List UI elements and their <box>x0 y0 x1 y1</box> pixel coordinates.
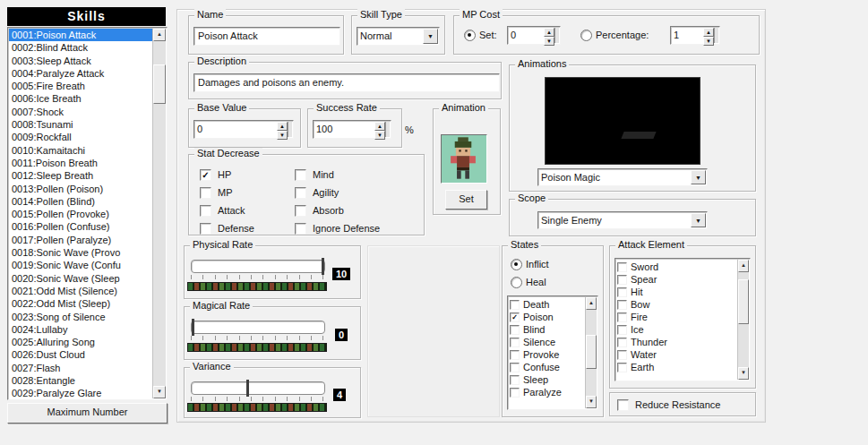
skill-type-dropdown[interactable]: Normal ▼ <box>357 27 440 46</box>
maximum-number-button[interactable]: Maximum Number <box>7 403 168 424</box>
attack-element-list[interactable]: SwordSpearHitBowFireIceThunderWaterEarth… <box>614 258 751 381</box>
attack-element-option[interactable]: Spear <box>617 273 738 286</box>
scope-dropdown[interactable]: Single Enemy ▼ <box>537 211 708 229</box>
attack-element-option[interactable]: Water <box>617 348 738 361</box>
skill-list-item[interactable]: 0009:Rockfall <box>9 131 152 143</box>
scroll-down-icon[interactable]: ▼ <box>153 386 166 398</box>
mp-cost-percentage-radio[interactable] <box>580 30 592 41</box>
stat-decrease-option[interactable]: Ignore Defense <box>295 219 380 237</box>
states-list-scrollbar[interactable]: ▲ ▼ <box>585 297 597 408</box>
spin-down-icon[interactable]: ▼ <box>703 37 714 46</box>
skill-list-item[interactable]: 0010:Kamaitachi <box>9 144 152 157</box>
stat-decrease-option[interactable]: Agility <box>295 184 380 201</box>
state-option[interactable]: ✓Poison <box>510 311 586 323</box>
state-option[interactable]: Paralyze <box>510 386 586 398</box>
states-list[interactable]: Death✓PoisonBlindSilenceProvokeConfuseSl… <box>507 295 598 410</box>
slider-handle[interactable] <box>246 380 249 397</box>
skill-list-item[interactable]: 0021:Odd Mist (Silence) <box>9 285 152 297</box>
skill-list-item[interactable]: 0003:Sleep Attack <box>9 55 152 67</box>
state-option[interactable]: Death <box>510 298 586 311</box>
animation-set-button[interactable]: Set <box>445 190 487 210</box>
state-option[interactable]: Blind <box>510 323 586 336</box>
states-heal-radio[interactable] <box>511 277 522 288</box>
mp-cost-percentage-spinner[interactable]: 1 ▲▼ <box>670 26 720 45</box>
skill-list-item[interactable]: 0025:Alluring Song <box>9 336 152 348</box>
name-input[interactable]: Poison Attack <box>193 27 340 46</box>
scroll-up-icon[interactable]: ▲ <box>586 297 597 310</box>
attack-element-option[interactable]: Earth <box>617 361 738 373</box>
skill-list-item[interactable]: 0017:Pollen (Paralyze) <box>9 234 152 246</box>
skill-list-item[interactable]: 0004:Paralyze Attack <box>9 67 152 80</box>
skill-list-item[interactable]: 0005:Fire Breath <box>9 80 152 92</box>
skill-list-item[interactable]: 0006:Ice Breath <box>9 92 152 105</box>
scroll-down-icon[interactable]: ▼ <box>738 367 749 380</box>
chevron-down-icon[interactable]: ▼ <box>691 213 706 227</box>
slider-handle[interactable] <box>192 319 194 336</box>
skill-list-item[interactable]: 0019:Sonic Wave (Confu <box>9 259 152 271</box>
skill-list-item[interactable]: 0001:Poison Attack <box>9 29 152 41</box>
variance-slider[interactable] <box>191 381 325 395</box>
stat-decrease-option[interactable]: Attack <box>200 201 295 219</box>
skill-list-item[interactable]: 0018:Sonic Wave (Provo <box>9 246 152 259</box>
mp-cost-set-spinner[interactable]: 0 ▲▼ <box>507 26 561 45</box>
base-value-spinner[interactable]: 0 ▲▼ <box>193 120 294 139</box>
spin-up-icon[interactable]: ▲ <box>544 28 554 37</box>
spin-down-icon[interactable]: ▼ <box>544 37 554 46</box>
physical-rate-slider[interactable] <box>191 260 325 273</box>
chevron-down-icon[interactable]: ▼ <box>423 29 438 44</box>
attack-element-option[interactable]: Hit <box>617 286 738 298</box>
state-option[interactable]: Silence <box>510 336 586 348</box>
skill-list-item[interactable]: 0015:Pollen (Provoke) <box>9 208 152 220</box>
stat-decrease-option[interactable]: Absorb <box>295 201 380 219</box>
skill-list-item[interactable]: 0008:Tsunami <box>9 118 152 131</box>
attack-element-option[interactable]: Fire <box>617 311 738 323</box>
attack-element-option[interactable]: Ice <box>617 323 738 336</box>
state-option[interactable]: Sleep <box>510 373 586 386</box>
skill-list-item[interactable]: 0028:Entangle <box>9 374 152 387</box>
spin-up-icon[interactable]: ▲ <box>374 122 385 131</box>
skill-list-item[interactable]: 0029:Paralyze Glare <box>9 387 152 398</box>
skill-list-item[interactable]: 0026:Dust Cloud <box>9 348 152 361</box>
slider-handle[interactable] <box>322 258 324 275</box>
state-option[interactable]: Provoke <box>510 348 586 361</box>
skill-list-item[interactable]: 0024:Lullaby <box>9 323 152 336</box>
stat-decrease-option[interactable]: Mind <box>295 166 380 184</box>
scroll-up-icon[interactable]: ▲ <box>153 29 166 41</box>
skills-list[interactable]: 0001:Poison Attack0002:Blind Attack0003:… <box>7 27 168 400</box>
skill-list-item[interactable]: 0027:Flash <box>9 362 152 374</box>
success-rate-spinner[interactable]: 100 ▲▼ <box>313 120 391 139</box>
spin-down-icon[interactable]: ▼ <box>277 131 288 140</box>
reduce-resistance-option[interactable]: Reduce Resistance <box>617 396 720 414</box>
skill-list-item[interactable]: 0014:Pollen (Blind) <box>9 195 152 208</box>
scrollbar-thumb[interactable] <box>586 335 597 369</box>
stat-decrease-option[interactable]: Defense <box>200 219 295 237</box>
skill-list-item[interactable]: 0022:Odd Mist (Sleep) <box>9 297 152 310</box>
skill-list-item[interactable]: 0007:Shock <box>9 106 152 118</box>
spin-down-icon[interactable]: ▼ <box>374 131 385 140</box>
stat-decrease-option[interactable]: ✓HP <box>200 166 295 184</box>
skill-list-item[interactable]: 0011:Poison Breath <box>9 157 152 169</box>
attack-element-option[interactable]: Sword <box>617 261 738 273</box>
scrollbar-thumb[interactable] <box>738 279 749 324</box>
attack-element-option[interactable]: Bow <box>617 298 738 311</box>
animations-dropdown[interactable]: Poison Magic ▼ <box>537 168 708 186</box>
skill-list-item[interactable]: 0016:Pollen (Confuse) <box>9 220 152 233</box>
skill-list-item[interactable]: 0023:Song of Silence <box>9 311 152 323</box>
spin-up-icon[interactable]: ▲ <box>703 28 714 37</box>
skill-list-item[interactable]: 0020:Sonic Wave (Sleep <box>9 272 152 285</box>
stat-decrease-option[interactable]: MP <box>200 184 295 201</box>
skill-list-item[interactable]: 0013:Pollen (Poison) <box>9 183 152 195</box>
magical-rate-slider[interactable] <box>191 321 325 334</box>
mp-cost-set-radio[interactable] <box>464 30 476 41</box>
scroll-down-icon[interactable]: ▼ <box>586 396 597 408</box>
spin-up-icon[interactable]: ▲ <box>277 122 288 131</box>
attack-element-option[interactable]: Thunder <box>617 336 738 348</box>
skill-list-item[interactable]: 0012:Sleep Breath <box>9 169 152 182</box>
scroll-up-icon[interactable]: ▲ <box>738 260 749 272</box>
attack-element-scrollbar[interactable]: ▲ ▼ <box>737 260 749 380</box>
scrollbar-thumb[interactable] <box>153 64 166 104</box>
skill-list-item[interactable]: 0002:Blind Attack <box>9 41 152 54</box>
state-option[interactable]: Confuse <box>510 361 586 373</box>
description-input[interactable]: Damages and poisons an enemy. <box>193 73 500 92</box>
skills-list-scrollbar[interactable]: ▲ ▼ <box>152 29 166 398</box>
